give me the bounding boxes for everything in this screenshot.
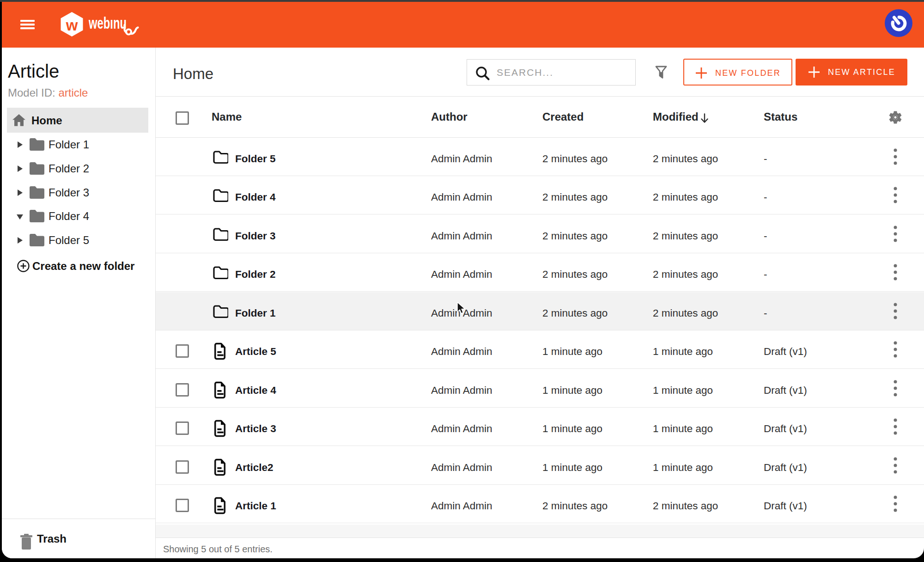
svg-text:w: w <box>66 17 78 34</box>
